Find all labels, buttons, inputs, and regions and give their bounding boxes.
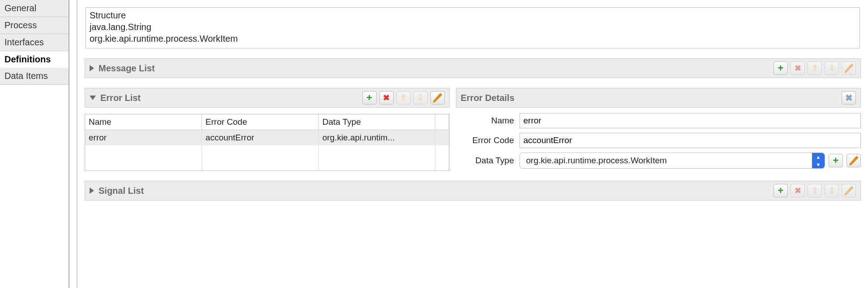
chevron-down-icon: ▼ — [812, 161, 825, 168]
pencil-icon — [844, 63, 854, 73]
column-header-name[interactable]: Name — [85, 114, 202, 130]
data-type-label: Data Type — [456, 156, 514, 166]
delete-button[interactable]: ✖ — [379, 91, 394, 105]
error-list-table: Name Error Code Data Type error accountE… — [85, 114, 450, 171]
error-details-title: Error Details — [461, 93, 842, 103]
edit-data-type-button[interactable] — [847, 154, 861, 167]
add-button[interactable]: + — [773, 184, 788, 197]
signal-list-title: Signal List — [99, 186, 769, 196]
name-field[interactable] — [520, 113, 861, 128]
structure-list-box[interactable]: Structure java.lang.String org.kie.api.r… — [86, 7, 860, 48]
column-header-data-type[interactable]: Data Type — [319, 114, 436, 130]
move-down-button[interactable] — [413, 91, 428, 105]
move-down-button[interactable] — [825, 61, 839, 75]
pencil-icon — [433, 93, 443, 103]
move-up-button[interactable] — [396, 91, 411, 105]
error-list-panel: Error List + ✖ Name Error Code Data Type — [85, 88, 450, 171]
expand-icon[interactable] — [90, 188, 94, 194]
column-header-error-code[interactable]: Error Code — [202, 114, 319, 130]
main-panel: Structure java.lang.String org.kie.api.r… — [77, 0, 868, 288]
error-list-toolbar: + ✖ — [362, 91, 445, 105]
select-stepper[interactable]: ▲ ▼ — [812, 153, 825, 168]
message-list-toolbar: + ✖ — [773, 61, 856, 75]
plus-icon: + — [778, 62, 784, 74]
error-details-header: Error Details ✖ — [456, 88, 861, 108]
message-list-section: Message List + ✖ — [85, 58, 861, 78]
close-button[interactable]: ✖ — [842, 91, 856, 105]
data-type-select[interactable]: org.kie.api.runtime.process.WorkItem ▲ ▼ — [520, 153, 825, 169]
table-empty-area — [85, 145, 449, 170]
delete-button[interactable]: ✖ — [791, 184, 805, 197]
close-icon: ✖ — [845, 92, 853, 103]
chevron-up-icon: ▲ — [812, 153, 825, 161]
cell-data-type: org.kie.api.runtim... — [319, 130, 436, 145]
error-details-panel: Error Details ✖ Name Error Code Data Typ… — [456, 88, 861, 169]
sidebar-tab-general[interactable]: General — [0, 0, 69, 17]
move-down-button[interactable] — [825, 184, 839, 197]
structure-item[interactable]: Structure — [90, 9, 856, 21]
edit-button[interactable] — [430, 91, 445, 105]
sidebar-tab-definitions[interactable]: Definitions — [0, 51, 69, 68]
cell-spacer — [435, 130, 449, 145]
arrow-up-icon — [812, 63, 818, 73]
arrow-up-icon — [400, 93, 407, 103]
plus-icon: + — [366, 92, 372, 104]
arrow-down-icon — [829, 63, 835, 73]
error-list-header: Error List + ✖ — [85, 88, 450, 108]
move-up-button[interactable] — [808, 61, 822, 75]
cross-icon: ✖ — [795, 63, 801, 73]
expand-icon[interactable] — [90, 65, 94, 71]
sidebar: General Process Interfaces Definitions D… — [0, 0, 69, 288]
sidebar-tab-process[interactable]: Process — [0, 17, 69, 34]
cross-icon: ✖ — [795, 186, 801, 196]
column-header-spacer — [435, 114, 449, 130]
table-row[interactable]: error accountError org.kie.api.runtim... — [85, 130, 449, 145]
arrow-down-icon — [829, 186, 835, 196]
structure-item[interactable]: org.kie.api.runtime.process.WorkItem — [90, 33, 856, 44]
cross-icon: ✖ — [383, 93, 390, 103]
sidebar-tab-interfaces[interactable]: Interfaces — [0, 34, 69, 51]
error-details-form: Name Error Code Data Type org.kie.api.ru… — [456, 113, 861, 169]
plus-icon: + — [778, 185, 784, 196]
add-button[interactable]: + — [773, 61, 788, 75]
delete-button[interactable]: ✖ — [791, 61, 805, 75]
arrow-down-icon — [417, 93, 424, 103]
arrow-up-icon — [812, 186, 818, 196]
signal-list-section: Signal List + ✖ — [85, 181, 861, 201]
signal-list-toolbar: + ✖ — [773, 184, 856, 197]
plus-icon: + — [833, 155, 839, 166]
cell-error-code: accountError — [202, 130, 319, 145]
add-data-type-button[interactable]: + — [829, 154, 843, 167]
name-label: Name — [456, 116, 514, 126]
pencil-icon — [844, 186, 854, 196]
add-button[interactable]: + — [362, 91, 377, 105]
edit-button[interactable] — [842, 61, 856, 75]
collapse-icon[interactable] — [90, 96, 96, 100]
structure-item[interactable]: java.lang.String — [90, 21, 856, 33]
error-code-label: Error Code — [456, 135, 514, 145]
move-up-button[interactable] — [808, 184, 822, 197]
error-list-title: Error List — [100, 93, 358, 103]
data-type-selected-value: org.kie.api.runtime.process.WorkItem — [526, 156, 667, 166]
pencil-icon — [849, 156, 859, 166]
sidebar-tab-data-items[interactable]: Data Items — [0, 68, 69, 85]
cell-name: error — [85, 130, 202, 145]
message-list-title: Message List — [99, 63, 769, 74]
error-code-field[interactable] — [520, 133, 861, 148]
edit-button[interactable] — [842, 184, 856, 197]
